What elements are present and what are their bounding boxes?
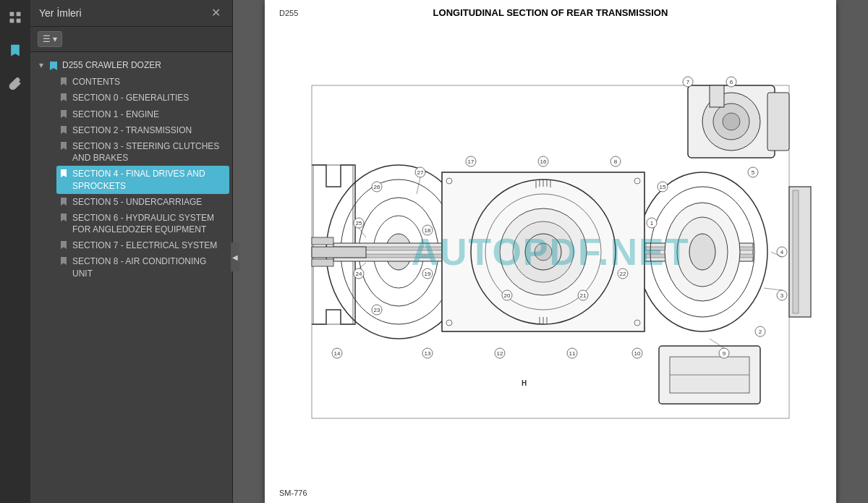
bookmark-section1-icon — [59, 109, 68, 119]
bookmark-section0-icon — [59, 93, 68, 103]
svg-text:2: 2 — [759, 329, 762, 335]
contents-label: CONTENTS — [72, 76, 226, 88]
section6-label: SECTION 6 - HYDRAULIC SYSTEM FOR ANGLEDO… — [72, 212, 226, 235]
svg-rect-2 — [10, 19, 14, 23]
svg-line-98 — [417, 177, 420, 194]
bookmark-section2-icon — [59, 125, 68, 135]
svg-text:19: 19 — [425, 271, 431, 277]
sidebar-item-section3[interactable]: SECTION 3 - STEERING CLUTCHES AND BRAKES — [56, 138, 229, 166]
root-bookmark-icon — [49, 61, 58, 71]
svg-rect-115 — [789, 187, 811, 317]
svg-text:7: 7 — [686, 79, 690, 85]
svg-rect-43 — [312, 247, 366, 258]
svg-text:9: 9 — [723, 350, 726, 357]
svg-rect-1 — [17, 12, 21, 17]
sidebar-menu-button[interactable]: ☰ ▾ — [38, 31, 62, 47]
svg-text:1: 1 — [650, 220, 654, 227]
svg-rect-116 — [793, 190, 799, 313]
bookmark-section8-icon — [59, 256, 68, 266]
svg-text:H: H — [522, 379, 527, 387]
svg-text:16: 16 — [540, 158, 547, 165]
svg-text:22: 22 — [620, 271, 626, 277]
sidebar-item-section8[interactable]: SECTION 8 - AIR CONDITIONING UNIT — [56, 253, 229, 281]
svg-text:11: 11 — [569, 350, 576, 357]
svg-rect-3 — [17, 19, 21, 23]
tree-children: CONTENTS SECTION 0 - GENERALITIES SECTIO… — [33, 74, 229, 282]
svg-text:12: 12 — [497, 350, 503, 357]
section0-label: SECTION 0 - GENERALITIES — [72, 92, 226, 103]
diagram-area: 27 26 25 24 23 14 13 12 — [265, 22, 836, 481]
svg-text:8: 8 — [614, 158, 618, 165]
svg-text:3: 3 — [780, 292, 784, 299]
bookmark-contents-icon — [59, 77, 68, 87]
main-content: D255 LONGITUDINAL SECTION OF REAR TRANSM… — [233, 0, 868, 503]
svg-text:25: 25 — [356, 220, 362, 227]
attachments-tool-icon[interactable] — [5, 74, 25, 94]
svg-text:10: 10 — [634, 350, 641, 357]
tree-root-item[interactable]: ▾ D255 CRAWLER DOZER — [33, 56, 229, 74]
bookmarks-tool-icon[interactable] — [5, 41, 25, 61]
section5-label: SECTION 5 - UNDERCARRIAGE — [72, 196, 226, 208]
svg-rect-18 — [710, 85, 724, 107]
svg-text:23: 23 — [374, 307, 380, 313]
sidebar-item-section2[interactable]: SECTION 2 - TRANSMISSION — [56, 122, 229, 138]
sidebar-item-section1[interactable]: SECTION 1 - ENGINE — [56, 106, 229, 122]
sidebar-tree: ▾ D255 CRAWLER DOZER CONTENTS — [30, 52, 232, 503]
svg-rect-19 — [767, 93, 789, 151]
sidebar-item-section7[interactable]: SECTION 7 - ELECTRICAL SYSTEM — [56, 237, 229, 253]
sidebar-item-contents[interactable]: CONTENTS — [56, 74, 229, 90]
bookmark-section3-icon — [59, 141, 68, 151]
svg-point-24 — [689, 234, 715, 270]
sidebar-item-section0[interactable]: SECTION 0 - GENERALITIES — [56, 90, 229, 106]
transmission-diagram: 27 26 25 24 23 14 13 12 — [283, 42, 818, 462]
svg-text:26: 26 — [374, 184, 380, 190]
svg-text:24: 24 — [356, 271, 362, 277]
collapse-icon: ▾ — [36, 60, 46, 70]
svg-rect-0 — [10, 12, 14, 17]
section8-label: SECTION 8 - AIR CONDITIONING UNIT — [72, 255, 226, 279]
section2-label: SECTION 2 - TRANSMISSION — [72, 124, 226, 136]
svg-text:18: 18 — [425, 227, 431, 234]
sidebar-item-section5[interactable]: SECTION 5 - UNDERCARRIAGE — [56, 194, 229, 210]
svg-text:21: 21 — [580, 292, 587, 299]
sidebar-item-section6[interactable]: SECTION 6 - HYDRAULIC SYSTEM FOR ANGLEDO… — [56, 210, 229, 237]
svg-text:14: 14 — [334, 350, 341, 357]
svg-point-34 — [535, 243, 552, 261]
sidebar-title: Yer İmleri — [39, 7, 82, 19]
svg-text:4: 4 — [780, 249, 784, 255]
svg-text:13: 13 — [425, 350, 431, 357]
bookmark-section4-icon — [59, 169, 68, 179]
svg-rect-113 — [312, 237, 333, 245]
bookmark-section7-icon — [59, 240, 68, 250]
svg-text:20: 20 — [504, 292, 511, 299]
svg-text:5: 5 — [752, 169, 755, 176]
page-title: LONGITUDINAL SECTION OF REAR TRANSMISSIO… — [265, 7, 836, 18]
svg-text:6: 6 — [730, 79, 733, 85]
pages-tool-icon[interactable] — [5, 7, 25, 28]
section4-label: SECTION 4 - FINAL DRIVES AND SPROCKETS — [72, 168, 226, 191]
section3-label: SECTION 3 - STEERING CLUTCHES AND BRAKES — [72, 140, 226, 164]
svg-text:15: 15 — [660, 184, 666, 190]
svg-text:27: 27 — [417, 169, 424, 176]
bookmark-section6-icon — [59, 213, 68, 223]
root-label: D255 CRAWLER DOZER — [62, 59, 226, 71]
diagram-caption: SM-776 — [279, 489, 307, 497]
section1-label: SECTION 1 - ENGINE — [72, 109, 226, 120]
sidebar-header: Yer İmleri ✕ — [30, 0, 232, 27]
sidebar-panel: Yer İmleri ✕ ☰ ▾ ▾ D255 CRAWLER DOZER CO — [30, 0, 233, 503]
bookmark-section5-icon — [59, 197, 68, 207]
left-toolbar — [0, 0, 30, 503]
document-page: D255 LONGITUDINAL SECTION OF REAR TRANSM… — [265, 0, 836, 503]
svg-rect-114 — [312, 259, 333, 266]
section7-label: SECTION 7 - ELECTRICAL SYSTEM — [72, 240, 226, 251]
svg-line-102 — [764, 288, 782, 290]
close-sidebar-button[interactable]: ✕ — [208, 6, 224, 20]
sidebar-toolbar: ☰ ▾ — [30, 27, 232, 52]
sidebar-item-section4[interactable]: SECTION 4 - FINAL DRIVES AND SPROCKETS — [56, 166, 229, 193]
svg-point-17 — [723, 113, 740, 130]
svg-text:17: 17 — [468, 158, 475, 165]
